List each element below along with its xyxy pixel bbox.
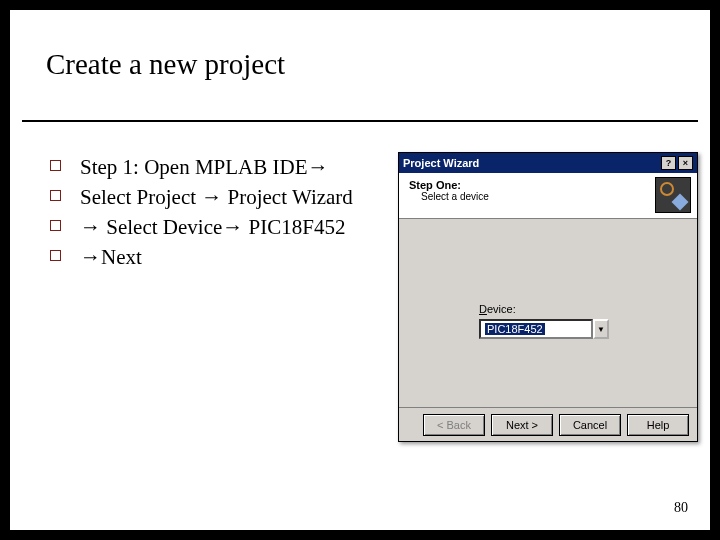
bullet-text: Select Project — [80, 185, 201, 209]
dialog-titlebar[interactable]: Project Wizard ? × — [399, 153, 697, 173]
arrow-icon: → — [222, 215, 243, 238]
device-label: Device: — [479, 303, 516, 315]
window-controls: ? × — [661, 156, 693, 170]
help-button[interactable]: Help — [627, 414, 689, 436]
chevron-down-icon[interactable]: ▼ — [593, 319, 609, 339]
back-button[interactable]: < Back — [423, 414, 485, 436]
bullet-text: Project Wizard — [222, 185, 353, 209]
next-button[interactable]: Next > — [491, 414, 553, 436]
device-combo-input[interactable]: PIC18F452 — [479, 319, 593, 339]
dialog-content: Device: PIC18F452 ▼ — [399, 219, 697, 409]
bullet-text: Step 1: Open MPLAB IDE — [80, 155, 308, 179]
device-label-rest: evice: — [487, 303, 516, 315]
device-label-mnemonic: D — [479, 303, 487, 315]
list-item: → Select Device→ PIC18F452 — [46, 212, 386, 242]
arrow-icon: → — [308, 155, 329, 178]
bullet-text: Select Device — [101, 215, 222, 239]
bullet-text: PIC18F452 — [243, 215, 345, 239]
list-item: →Next — [46, 242, 386, 272]
bullet-list: Step 1: Open MPLAB IDE→ Select Project →… — [46, 152, 386, 272]
arrow-icon: → — [80, 245, 101, 268]
arrow-icon: → — [201, 185, 222, 208]
help-icon[interactable]: ? — [661, 156, 676, 170]
page-number: 80 — [674, 500, 688, 516]
dialog-title: Project Wizard — [403, 157, 479, 169]
cancel-button[interactable]: Cancel — [559, 414, 621, 436]
device-value: PIC18F452 — [485, 323, 545, 335]
banner-title: Step One: — [409, 179, 461, 191]
close-icon[interactable]: × — [678, 156, 693, 170]
device-combo[interactable]: PIC18F452 ▼ — [479, 319, 609, 339]
list-item: Step 1: Open MPLAB IDE→ — [46, 152, 386, 182]
dialog-banner: Step One: Select a device — [399, 173, 697, 219]
slide-title: Create a new project — [46, 48, 285, 81]
project-wizard-dialog: Project Wizard ? × Step One: Select a de… — [398, 152, 698, 442]
list-item: Select Project → Project Wizard — [46, 182, 386, 212]
wizard-icon — [655, 177, 691, 213]
slide: Create a new project Step 1: Open MPLAB … — [10, 10, 710, 530]
title-divider — [22, 120, 698, 122]
bullet-text: Next — [101, 245, 142, 269]
banner-subtitle: Select a device — [409, 191, 489, 202]
arrow-icon: → — [80, 215, 101, 238]
dialog-button-row: < Back Next > Cancel Help — [399, 407, 697, 441]
